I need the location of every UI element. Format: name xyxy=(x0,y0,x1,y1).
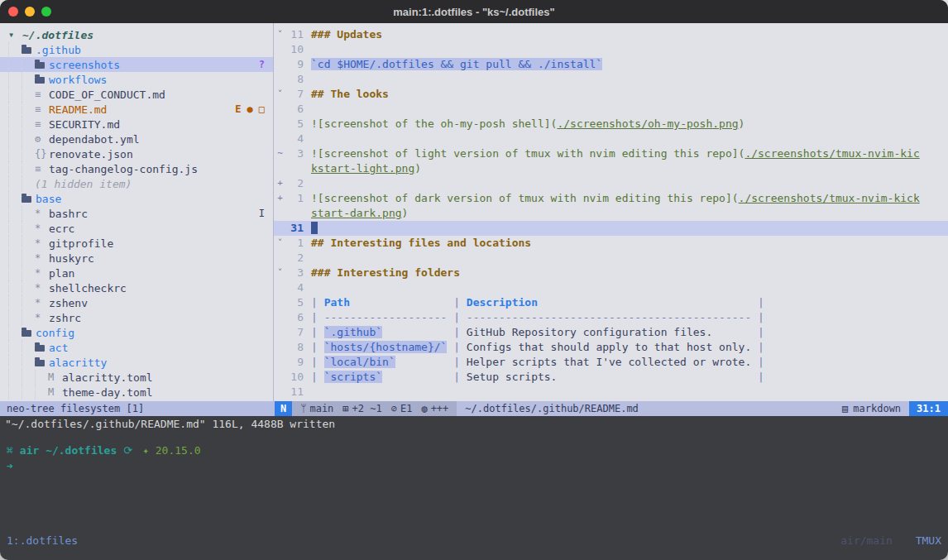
line-number: 9 xyxy=(286,355,311,370)
minimize-button[interactable] xyxy=(25,7,35,17)
line-text: start-dark.png) xyxy=(311,206,948,221)
close-button[interactable] xyxy=(8,7,18,17)
tree-item-label: huskyrc xyxy=(49,252,94,265)
fold-marker[interactable]: ~ xyxy=(274,146,286,161)
tree-item-shellcheckrc[interactable]: *shellcheckrc xyxy=(0,280,273,295)
editor-line[interactable]: 9| `local/bin` | Helper scripts that I'v… xyxy=(274,355,948,370)
tree-item-1-hidden-item[interactable]: (1 hidden item) xyxy=(0,176,273,191)
tree-item-code-of-conduct-md[interactable]: ≡CODE_OF_CONDUCT.md xyxy=(0,87,273,102)
tree-item-label: CODE_OF_CONDUCT.md xyxy=(49,89,165,101)
tree-item-dotfiles[interactable]: ▾~/.dotfiles xyxy=(0,27,273,42)
fold-marker xyxy=(274,295,286,310)
editor-line[interactable]: ˅11### Updates xyxy=(274,27,948,42)
fold-marker xyxy=(274,42,286,57)
line-number: 1 xyxy=(286,236,311,251)
shell-prompt-input[interactable]: ➜ xyxy=(7,458,948,474)
fold-marker xyxy=(274,325,286,340)
editor-line[interactable]: 10| `scripts` | Setup scripts. | xyxy=(274,370,948,385)
editor-line[interactable]: start-dark.png) xyxy=(274,206,948,221)
mode-indicator: N xyxy=(275,401,292,416)
status-badge: E xyxy=(235,103,241,115)
fold-marker[interactable]: + xyxy=(274,191,286,206)
tree-item-base[interactable]: base xyxy=(0,191,273,206)
tree-item-github[interactable]: .github xyxy=(0,42,273,57)
tree-item-security-md[interactable]: ≡SECURITY.md xyxy=(0,117,273,132)
line-text: ## Interesting files and locations xyxy=(311,236,948,251)
text-segment: ![screenshot of the oh-my-posh shell]( xyxy=(311,117,557,130)
window-title: main:1:.dotfiles - "ks~/.dotfiles" xyxy=(393,6,554,18)
status-badge: ● xyxy=(247,103,253,115)
tree-item-dependabot-yml[interactable]: ⚙dependabot.yml xyxy=(0,132,273,146)
fold-marker[interactable]: ˅ xyxy=(274,27,286,42)
tree-item-label: alacritty xyxy=(49,357,107,369)
text-segment: | xyxy=(751,356,764,368)
editor-line[interactable]: kstart-light.png) xyxy=(274,161,948,176)
tree-item-zshrc[interactable]: *zshrc xyxy=(0,310,273,325)
inline-code: `hosts/{hostname}/` xyxy=(324,341,448,353)
fold-marker xyxy=(274,280,286,295)
text-segment: | xyxy=(311,371,324,383)
tree-item-plan[interactable]: *plan xyxy=(0,266,273,280)
shell-prompt: ⌘ air ~/.dotfiles ⟳ ✦ 20.15.0 xyxy=(7,443,948,458)
editor-line[interactable]: 6| ------------------- | ---------------… xyxy=(274,310,948,325)
tree-item-ecrc[interactable]: *ecrc xyxy=(0,221,273,236)
tree-item-alacritty-toml[interactable]: Malacritty.toml xyxy=(0,370,273,385)
tree-item-screenshots[interactable]: screenshots? xyxy=(0,57,273,72)
editor-line[interactable]: 6 xyxy=(274,102,948,117)
editor-line[interactable]: 10 xyxy=(274,42,948,57)
editor-line[interactable]: 5| Path | Description | xyxy=(274,295,948,310)
fold-marker[interactable]: ˅ xyxy=(274,266,286,280)
tree-item-config[interactable]: config xyxy=(0,325,273,340)
tree-item-alacritty[interactable]: alacritty xyxy=(0,355,273,370)
editor-line[interactable]: ˅1## Interesting files and locations xyxy=(274,236,948,251)
editor-line[interactable]: 11 xyxy=(274,385,948,400)
shell-file-icon: * xyxy=(35,297,49,309)
fold-marker[interactable]: + xyxy=(274,176,286,191)
editor-line[interactable]: ˅3### Interesting folders xyxy=(274,266,948,280)
status-badge: I xyxy=(259,208,265,219)
markdown-url: start-dark.png xyxy=(311,207,402,219)
tree-item-huskyrc[interactable]: *huskyrc xyxy=(0,251,273,266)
editor-line[interactable]: 8| `hosts/{hostname}/` | Configs that sh… xyxy=(274,340,948,355)
line-number: 11 xyxy=(286,27,311,42)
editor-line[interactable]: +2 xyxy=(274,176,948,191)
markdown-url: ./screenshots/oh-my-posh.png xyxy=(557,117,738,130)
editor-line[interactable]: 4 xyxy=(274,132,948,146)
line-number: 3 xyxy=(286,146,311,161)
tree-item-readme-md[interactable]: ≡README.mdE●□ xyxy=(0,102,273,117)
tree-item-label: config xyxy=(36,327,74,339)
editor-line[interactable]: 7| `.github` | GitHub Repository configu… xyxy=(274,325,948,340)
line-number: 5 xyxy=(286,295,311,310)
editor-line[interactable]: 2 xyxy=(274,251,948,266)
fold-marker xyxy=(274,57,286,72)
folder-icon xyxy=(22,196,31,203)
tree-item-theme-day-toml[interactable]: Mtheme-day.toml xyxy=(0,385,273,400)
tree-item-workflows[interactable]: workflows xyxy=(0,72,273,87)
editor-line[interactable]: ˅7## The looks xyxy=(274,87,948,102)
tmux-window-name[interactable]: 1:.dotfiles xyxy=(7,533,78,549)
editor-line[interactable]: 4 xyxy=(274,280,948,295)
tree-item-zshenv[interactable]: *zshenv xyxy=(0,295,273,310)
editor-line[interactable]: 5![screenshot of the oh-my-posh shell](.… xyxy=(274,117,948,132)
line-text: ## The looks xyxy=(311,87,948,102)
tree-item-bashrc[interactable]: *bashrcI xyxy=(0,206,273,221)
editor-line[interactable]: +1![screenshot of dark version of tmux w… xyxy=(274,191,948,206)
editor-line[interactable]: 8 xyxy=(274,72,948,87)
tree-item-renovate-json[interactable]: {}renovate.json xyxy=(0,146,273,161)
line-text xyxy=(311,42,948,57)
tree-item-label: ecrc xyxy=(49,223,74,235)
tree-item-act[interactable]: act xyxy=(0,340,273,355)
zoom-button[interactable] xyxy=(41,7,51,17)
editor-line[interactable]: ~3![screenshot of light version of tmux … xyxy=(274,146,948,161)
line-number: 4 xyxy=(286,132,311,146)
fold-marker xyxy=(274,102,286,117)
markdown-url: kstart-light.png xyxy=(311,162,414,175)
tree-item-tag-changelog-config-js[interactable]: ≡tag-changelog-config.js xyxy=(0,161,273,176)
fold-marker[interactable]: ˅ xyxy=(274,87,286,102)
tree-item-gitprofile[interactable]: *gitprofile xyxy=(0,236,273,251)
fold-marker[interactable]: ˅ xyxy=(274,236,286,251)
editor-line[interactable]: 9`cd $HOME/.dotfiles && git pull && ./in… xyxy=(274,57,948,72)
line-text: | ------------------- | ----------------… xyxy=(311,310,948,325)
editor-line[interactable]: 31 xyxy=(274,221,948,236)
fold-marker xyxy=(274,117,286,132)
